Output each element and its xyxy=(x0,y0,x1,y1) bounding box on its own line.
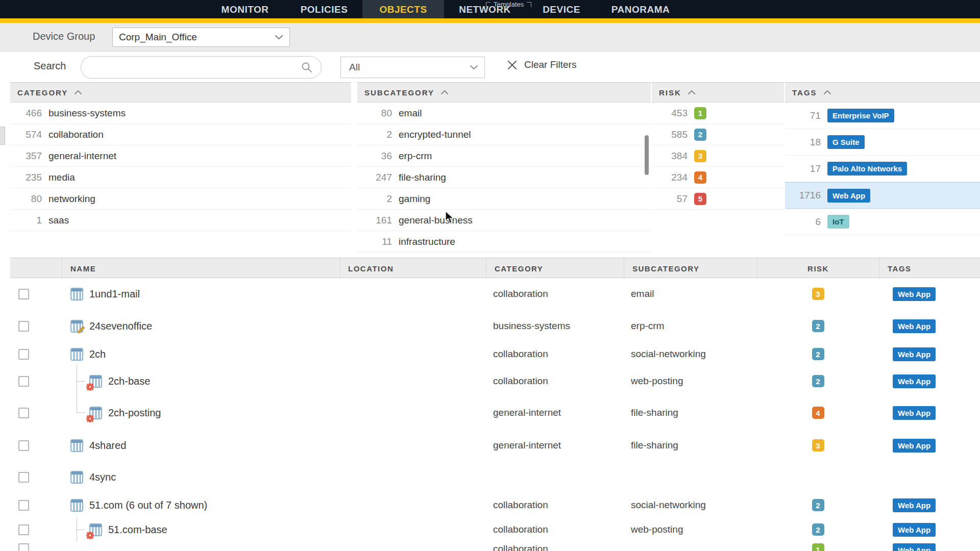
table-row[interactable]: 4sync xyxy=(10,462,980,492)
search-box[interactable] xyxy=(81,56,322,79)
name-cell: 51.com (6 out of 7 shown) xyxy=(62,492,339,518)
risk-badge-2: 2 xyxy=(812,320,824,332)
column-header-location[interactable]: LOCATION xyxy=(339,258,486,279)
app-child-icon xyxy=(89,375,102,388)
tab-panorama[interactable]: PANORAMA xyxy=(597,0,684,18)
risk-filter-item[interactable]: 2344 xyxy=(652,167,784,188)
risk-filter-item[interactable]: 575 xyxy=(652,188,784,210)
table-row[interactable]: 1und1-mailcollaborationemail3Web App xyxy=(10,278,980,310)
clear-filters-button[interactable]: Clear Filters xyxy=(507,59,576,70)
category-filter-item[interactable]: 1saas xyxy=(10,210,351,231)
gear-icon xyxy=(87,384,93,390)
row-checkbox[interactable] xyxy=(18,349,29,360)
category-filter-header[interactable]: CATEGORY xyxy=(10,82,351,103)
filter-scope-select[interactable]: All xyxy=(340,57,485,78)
tab-device[interactable]: DEVICE xyxy=(526,0,597,18)
subcategory-filter-header[interactable]: SUBCATEGORY xyxy=(357,82,651,103)
app-name-link[interactable]: 24sevenoffice xyxy=(89,320,152,332)
category-filter-item[interactable]: 80networking xyxy=(10,188,351,210)
tag-chip: Web App xyxy=(893,543,936,551)
app-name-link[interactable]: 2ch-base xyxy=(108,375,150,387)
table-row[interactable]: 51.com (6 out of 7 shown)collaborationso… xyxy=(10,492,980,518)
filter-label: general-internet xyxy=(48,151,116,162)
category-filter-item[interactable]: 357general-internet xyxy=(10,145,351,167)
risk-filter-header[interactable]: RISK xyxy=(652,82,784,103)
table-row[interactable]: 2ch-postinggeneral-internetfile-sharing4… xyxy=(10,396,980,429)
category-filter-item[interactable]: 574collaboration xyxy=(10,124,351,145)
column-header-category[interactable]: CATEGORY xyxy=(486,258,624,279)
risk-filter-list: 4531585238432344575 xyxy=(652,103,784,210)
column-header-tags[interactable]: TAGS xyxy=(879,258,980,279)
column-header-subcategory[interactable]: SUBCATEGORY xyxy=(624,258,757,279)
risk-filter-item[interactable]: 3843 xyxy=(652,145,784,167)
filter-count: 2 xyxy=(357,129,392,140)
row-checkbox[interactable] xyxy=(18,289,29,299)
name-cell: 4shared xyxy=(62,429,339,462)
column-header-risk[interactable]: RISK xyxy=(757,258,879,279)
table-row[interactable]: 4sharedgeneral-internetfile-sharing3Web … xyxy=(10,429,980,462)
subcategory-filter-item[interactable]: 161general-business xyxy=(357,210,651,231)
tree-connector xyxy=(77,396,85,413)
subcategory-filter-item[interactable]: 2gaming xyxy=(357,188,651,210)
app-name-link[interactable]: 2ch xyxy=(89,348,106,360)
app-name-link[interactable]: 2ch-posting xyxy=(108,407,161,419)
tags-filter-item[interactable]: 18G Suite xyxy=(785,129,980,156)
row-checkbox[interactable] xyxy=(18,440,29,451)
risk-cell: 2 xyxy=(812,523,824,536)
app-name-link[interactable]: 1und1-mail xyxy=(89,288,140,300)
tab-policies[interactable]: POLICIES xyxy=(286,0,362,18)
category-cell: collaboration xyxy=(486,288,624,299)
tags-filter-item[interactable]: 1716Web App xyxy=(785,182,980,209)
row-checkbox[interactable] xyxy=(18,524,29,535)
table-row[interactable]: 24sevenofficebusiness-systemserp-crm2Web… xyxy=(10,310,980,342)
tag-chip: Web App xyxy=(893,319,936,333)
subcategory-filter-item[interactable]: 247file-sharing xyxy=(357,167,651,188)
subcategory-cell: social-networking xyxy=(624,499,757,511)
subcategory-filter-item[interactable]: 2encrypted-tunnel xyxy=(357,124,651,145)
subcategory-filter-item[interactable]: 11infrastructure xyxy=(357,231,651,253)
table-row[interactable]: 2ch-basecollaborationweb-posting2Web App xyxy=(10,366,980,396)
filter-label: general-business xyxy=(399,215,473,226)
table-row[interactable]: collaboration1Web App xyxy=(10,541,980,551)
column-header-name[interactable]: NAME xyxy=(62,258,339,279)
app-name-link[interactable]: 4shared xyxy=(89,440,126,452)
row-checkbox[interactable] xyxy=(18,500,29,511)
tab-objects[interactable]: OBJECTS xyxy=(362,0,444,18)
tab-monitor[interactable]: MONITOR xyxy=(204,0,286,18)
app-name-link[interactable]: 51.com-base xyxy=(108,524,167,536)
subcategory-scrollbar-thumb[interactable] xyxy=(645,135,649,175)
gear-icon xyxy=(87,533,93,538)
filter-count: 384 xyxy=(652,151,688,162)
row-checkbox[interactable] xyxy=(18,376,29,387)
risk-filter-title: RISK xyxy=(659,88,681,97)
filter-count: 11 xyxy=(357,236,392,247)
row-checkbox[interactable] xyxy=(18,408,29,418)
tags-filter-header[interactable]: TAGS xyxy=(785,82,980,103)
table-row[interactable]: 2chcollaborationsocial-networking2Web Ap… xyxy=(10,342,980,366)
left-panel-handle[interactable] xyxy=(0,127,5,145)
row-checkbox[interactable] xyxy=(18,472,29,483)
app-name-link[interactable]: 51.com (6 out of 7 shown) xyxy=(89,499,207,511)
table-header: NAMELOCATIONCATEGORYSUBCATEGORYRISKTAGS xyxy=(10,258,980,278)
row-checkbox[interactable] xyxy=(18,543,29,551)
subcategory-filter-item[interactable]: 80email xyxy=(357,103,651,124)
tags-filter-item[interactable]: 6IoT xyxy=(785,209,980,235)
risk-filter-item[interactable]: 4531 xyxy=(652,103,784,124)
row-checkbox[interactable] xyxy=(18,321,29,332)
category-filter-item[interactable]: 235media xyxy=(10,167,351,188)
filter-label: media xyxy=(48,172,75,183)
table-row[interactable]: 51.com-basecollaborationweb-posting2Web … xyxy=(10,518,980,541)
tag-chip: G Suite xyxy=(827,135,865,149)
category-filter-item[interactable]: 466business-systems xyxy=(10,103,351,124)
filter-label: business-systems xyxy=(48,108,126,119)
risk-filter-item[interactable]: 5852 xyxy=(652,124,784,145)
category-cell: business-systems xyxy=(486,320,624,332)
nav-tabs: MONITORPOLICIESOBJECTSNETWORKDEVICEPANOR… xyxy=(204,0,684,18)
subcategory-filter-item[interactable]: 36erp-crm xyxy=(357,145,651,167)
app-name-link[interactable]: 4sync xyxy=(89,471,116,483)
category-cell: collaboration xyxy=(486,348,624,360)
tags-filter-item[interactable]: 71Enterprise VoIP xyxy=(785,103,980,129)
device-group-select[interactable]: Corp_Main_Office xyxy=(112,28,290,47)
tags-filter-item[interactable]: 17Palo Alto Networks xyxy=(785,156,980,182)
search-input[interactable] xyxy=(91,62,301,73)
